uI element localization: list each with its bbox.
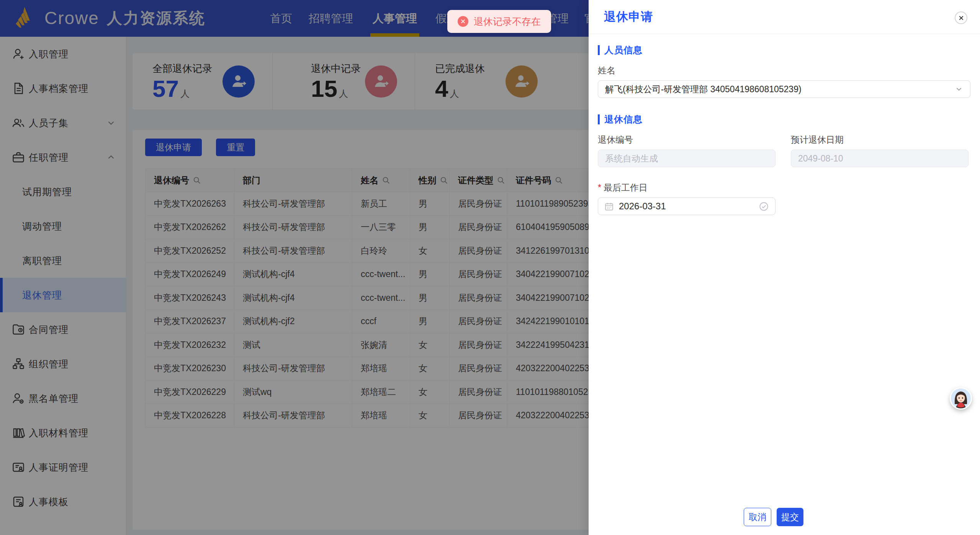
section-person-info: 人员信息 [598,44,970,56]
expected-date-label: 预计退休日期 [791,134,969,146]
error-toast-text: 退休记录不存在 [474,15,541,28]
retire-no-input [598,150,775,167]
name-select-value: 解飞(科技公司-研发管理部 340504198608105239) [605,83,955,95]
drawer-title: 退休申请 [604,9,653,25]
section-accent-bar [598,45,600,55]
error-circle-icon: ✕ [458,16,468,27]
assistant-avatar[interactable] [950,387,972,409]
submit-button[interactable]: 提交 [777,508,803,526]
name-field-label: 姓名 [598,65,970,77]
close-icon[interactable] [955,11,967,24]
drawer-header: 退休申请 [589,0,980,34]
last-work-day-label: 最后工作日 [598,182,970,194]
expected-date-input [791,150,969,167]
section-retire-info: 退休信息 [598,113,970,126]
last-work-day-datepicker[interactable]: 2026-03-31 [598,197,775,215]
calendar-icon [604,202,614,211]
section-accent-bar [598,114,600,124]
check-circle-icon[interactable] [759,201,769,212]
last-work-day-value: 2026-03-31 [619,201,759,212]
error-toast: ✕ 退休记录不存在 [447,10,551,33]
chevron-down-icon [955,85,963,93]
drawer-body: 人员信息 姓名 解飞(科技公司-研发管理部 340504198608105239… [589,34,980,215]
drawer-footer: 取消 提交 [744,508,803,526]
hr-system-page: Crowe 人力资源系统 首页 招聘管理 人事管理 假勤管理 福利管理 官 入职… [0,0,980,535]
cancel-button[interactable]: 取消 [744,508,771,526]
girl-avatar-icon [950,387,972,409]
retire-apply-drawer: 退休申请 人员信息 姓名 解飞(科技公司-研发管理部 3405041986081… [589,0,980,535]
retire-no-label: 退休编号 [598,134,775,146]
name-select[interactable]: 解飞(科技公司-研发管理部 340504198608105239) [598,80,970,98]
